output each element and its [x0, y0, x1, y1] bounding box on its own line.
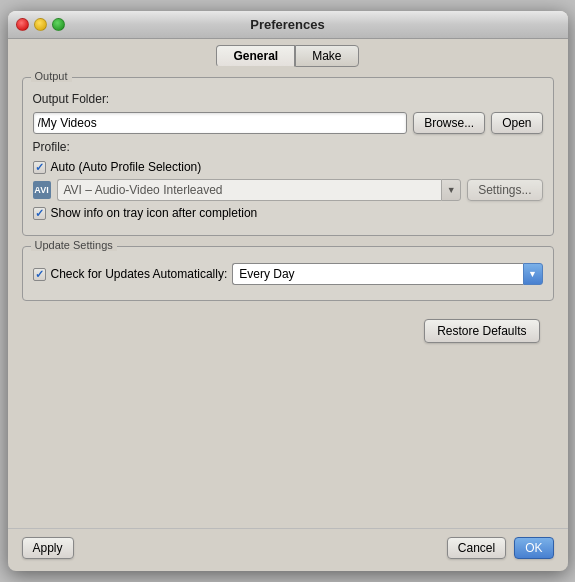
- output-group-label: Output: [31, 70, 72, 82]
- ok-button[interactable]: OK: [514, 537, 553, 559]
- tab-bar: General Make: [8, 39, 568, 67]
- zoom-button[interactable]: [52, 18, 65, 31]
- browse-button[interactable]: Browse...: [413, 112, 485, 134]
- minimize-button[interactable]: [34, 18, 47, 31]
- auto-profile-checkbox[interactable]: [33, 161, 46, 174]
- avi-icon: AVI: [33, 181, 51, 199]
- folder-row: Output Folder:: [33, 92, 543, 106]
- cancel-button[interactable]: Cancel: [447, 537, 506, 559]
- avi-select-display[interactable]: AVI – Audio-Video Interleaved: [57, 179, 442, 201]
- preferences-window: Preferences General Make Output Output F…: [8, 11, 568, 571]
- frequency-dropdown-arrow[interactable]: ▼: [523, 263, 543, 285]
- settings-button[interactable]: Settings...: [467, 179, 542, 201]
- close-button[interactable]: [16, 18, 29, 31]
- bottom-right-buttons: Cancel OK: [447, 537, 554, 559]
- restore-row: Restore Defaults: [22, 311, 554, 353]
- folder-input-row: Browse... Open: [33, 112, 543, 134]
- auto-profile-label: Auto (Auto Profile Selection): [51, 160, 202, 174]
- update-group: Update Settings Check for Updates Automa…: [22, 246, 554, 301]
- tab-make[interactable]: Make: [295, 45, 358, 67]
- apply-button[interactable]: Apply: [22, 537, 74, 559]
- avi-dropdown-arrow[interactable]: ▼: [441, 179, 461, 201]
- folder-input[interactable]: [33, 112, 408, 134]
- title-bar: Preferences: [8, 11, 568, 39]
- traffic-lights: [16, 18, 65, 31]
- show-info-checkbox[interactable]: [33, 207, 46, 220]
- profile-label-row: Profile:: [33, 140, 543, 154]
- output-group: Output Output Folder: Browse... Open Pro…: [22, 77, 554, 236]
- show-info-label: Show info on tray icon after completion: [51, 206, 258, 220]
- avi-select-row: AVI AVI – Audio-Video Interleaved ▼ Sett…: [33, 179, 543, 201]
- bottom-bar: Apply Cancel OK: [8, 528, 568, 571]
- main-content: Output Output Folder: Browse... Open Pro…: [8, 67, 568, 528]
- check-updates-row: Check for Updates Automatically: Every D…: [33, 263, 543, 285]
- avi-select-wrapper: AVI – Audio-Video Interleaved ▼: [57, 179, 462, 201]
- tab-general[interactable]: General: [216, 45, 295, 67]
- profile-label: Profile:: [33, 140, 70, 154]
- auto-profile-row: Auto (Auto Profile Selection): [33, 160, 543, 174]
- check-updates-label: Check for Updates Automatically:: [51, 267, 228, 281]
- check-updates-checkbox[interactable]: [33, 268, 46, 281]
- restore-defaults-button[interactable]: Restore Defaults: [424, 319, 539, 343]
- window-title: Preferences: [250, 17, 324, 32]
- update-group-label: Update Settings: [31, 239, 117, 251]
- open-button[interactable]: Open: [491, 112, 542, 134]
- show-info-row: Show info on tray icon after completion: [33, 206, 543, 220]
- folder-label: Output Folder:: [33, 92, 110, 106]
- frequency-display[interactable]: Every Day: [232, 263, 522, 285]
- frequency-select-wrapper: Every Day ▼: [232, 263, 542, 285]
